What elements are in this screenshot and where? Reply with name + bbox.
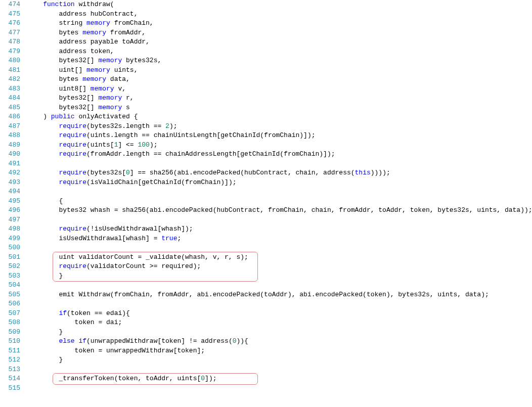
code-line[interactable]: uint[] memory uints, xyxy=(27,66,532,75)
code-line[interactable]: function withdraw( xyxy=(27,0,532,10)
line-number: 510 xyxy=(0,337,20,346)
code-line[interactable]: ) public onlyActivated { xyxy=(27,112,532,122)
line-number: 492 xyxy=(0,168,20,178)
code-line[interactable]: isUsedWithdrawal[whash] = true; xyxy=(27,234,532,244)
code-line[interactable]: token = dai; xyxy=(27,318,532,328)
code-line[interactable]: require(bytes32s[0] == sha256(abi.encode… xyxy=(27,168,532,178)
line-number: 511 xyxy=(0,346,20,356)
code-line[interactable]: uint8[] memory v, xyxy=(27,84,532,94)
code-line[interactable] xyxy=(27,159,532,169)
line-number: 480 xyxy=(0,56,20,66)
line-number: 512 xyxy=(0,355,20,365)
line-number: 500 xyxy=(0,243,20,253)
code-line[interactable]: address payable toAddr, xyxy=(27,37,532,47)
code-line[interactable]: if(token == edai){ xyxy=(27,309,532,319)
line-number: 493 xyxy=(0,178,20,188)
code-line[interactable]: require(!isUsedWithdrawal[whash]); xyxy=(27,224,532,234)
code-line[interactable]: address token, xyxy=(27,47,532,57)
code-line[interactable]: require(uints[1] <= 100); xyxy=(27,141,532,150)
code-line[interactable]: address hubContract, xyxy=(27,10,532,19)
line-number: 514 xyxy=(0,374,20,384)
code-line[interactable] xyxy=(27,187,532,197)
line-number: 474 xyxy=(0,0,20,10)
code-line[interactable]: require(validatorCount >= required); xyxy=(27,262,532,272)
code-line[interactable] xyxy=(27,384,532,393)
line-number: 496 xyxy=(0,206,20,215)
code-line[interactable]: emit Withdraw(fromChain, fromAddr, abi.e… xyxy=(27,290,532,300)
line-number: 495 xyxy=(0,197,20,206)
code-line[interactable]: require(fromAddr.length == chainAddressL… xyxy=(27,150,532,159)
code-line[interactable]: { xyxy=(27,197,532,206)
code-line[interactable]: bytes32[] memory bytes32s, xyxy=(27,56,532,66)
line-number: 481 xyxy=(0,66,20,75)
line-number: 476 xyxy=(0,19,20,28)
line-number: 477 xyxy=(0,28,20,38)
line-number: 515 xyxy=(0,384,20,393)
code-line[interactable]: } xyxy=(27,328,532,337)
code-line[interactable]: require(uints.length == chainUintsLength… xyxy=(27,131,532,141)
line-number: 489 xyxy=(0,141,20,150)
line-number: 488 xyxy=(0,131,20,141)
line-number-gutter: 4744754764774784794804814824834844854864… xyxy=(0,0,27,393)
line-number: 508 xyxy=(0,318,20,328)
line-number: 479 xyxy=(0,47,20,57)
line-number: 485 xyxy=(0,103,20,113)
line-number: 506 xyxy=(0,299,20,309)
code-line[interactable]: } xyxy=(27,272,532,281)
line-number: 494 xyxy=(0,187,20,197)
code-line[interactable]: bytes32[] memory s xyxy=(27,103,532,113)
code-line[interactable]: require(isValidChain[getChainId(fromChai… xyxy=(27,178,532,188)
code-line[interactable]: else if(unwrappedWithdraw[token] != addr… xyxy=(27,337,532,346)
code-line[interactable]: bytes32[] memory r, xyxy=(27,94,532,103)
line-number: 498 xyxy=(0,224,20,234)
line-number: 499 xyxy=(0,234,20,244)
code-line[interactable]: require(bytes32s.length == 2); xyxy=(27,122,532,131)
line-number: 484 xyxy=(0,94,20,103)
line-number: 504 xyxy=(0,281,20,290)
line-number: 478 xyxy=(0,37,20,47)
code-line[interactable]: token = unwrappedWithdraw[token]; xyxy=(27,346,532,356)
code-editor-content[interactable]: function withdraw( address hubContract, … xyxy=(27,0,532,393)
code-line[interactable]: bytes memory fromAddr, xyxy=(27,28,532,38)
code-line[interactable] xyxy=(27,215,532,225)
line-number: 509 xyxy=(0,328,20,337)
line-number: 513 xyxy=(0,365,20,375)
line-number: 483 xyxy=(0,84,20,94)
line-number: 502 xyxy=(0,262,20,272)
code-line[interactable] xyxy=(27,365,532,375)
line-number: 486 xyxy=(0,112,20,122)
line-number: 497 xyxy=(0,215,20,225)
line-number: 475 xyxy=(0,10,20,19)
line-number: 487 xyxy=(0,122,20,131)
line-number: 491 xyxy=(0,159,20,169)
line-number: 482 xyxy=(0,75,20,84)
line-number: 507 xyxy=(0,309,20,319)
code-line[interactable]: string memory fromChain, xyxy=(27,19,532,28)
code-line[interactable]: } xyxy=(27,355,532,365)
line-number: 503 xyxy=(0,272,20,281)
code-line[interactable]: bytes memory data, xyxy=(27,75,532,84)
line-number: 501 xyxy=(0,253,20,262)
line-number: 505 xyxy=(0,290,20,300)
code-line[interactable] xyxy=(27,243,532,253)
code-line[interactable] xyxy=(27,281,532,290)
code-line[interactable]: uint validatorCount = _validate(whash, v… xyxy=(27,253,532,262)
code-line[interactable]: bytes32 whash = sha256(abi.encodePacked(… xyxy=(27,206,532,215)
line-number: 490 xyxy=(0,150,20,159)
code-line[interactable] xyxy=(27,299,532,309)
code-line[interactable]: _transferToken(token, toAddr, uints[0]); xyxy=(27,374,532,384)
